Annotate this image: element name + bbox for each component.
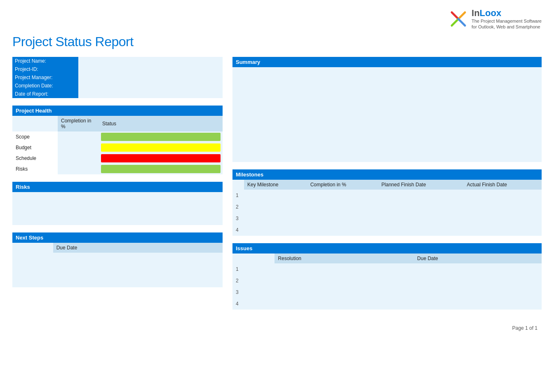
table-row: Completion in % Status bbox=[12, 116, 223, 131]
risks-header: Risks bbox=[12, 182, 223, 192]
summary-header: Summary bbox=[232, 57, 542, 67]
milestone-row4-actual bbox=[464, 224, 542, 236]
table-row: Resolution Due Date bbox=[232, 254, 542, 263]
milestones-table: Key Milestone Completion in % Planned Fi… bbox=[232, 180, 542, 236]
risks-status-bar bbox=[101, 165, 221, 173]
logo-area: InLoox The Project Management Software f… bbox=[448, 8, 542, 30]
issue-row4-due bbox=[414, 298, 542, 310]
next-steps-section: Next Steps Due Date bbox=[12, 232, 223, 287]
milestone-row1-name bbox=[244, 190, 307, 201]
milestone-row1-planned bbox=[378, 190, 463, 201]
date-of-report-value bbox=[78, 90, 223, 98]
health-col-empty bbox=[12, 116, 58, 131]
milestone-row4-num: 4 bbox=[232, 224, 244, 236]
main-layout: Project Name: Project-ID: Project Manage… bbox=[12, 57, 542, 317]
schedule-status-bar bbox=[101, 154, 221, 162]
table-row: Project-ID: bbox=[12, 65, 223, 73]
nextsteps-row1-task bbox=[12, 253, 53, 264]
summary-body bbox=[232, 67, 542, 162]
health-col-completion: Completion in % bbox=[58, 116, 99, 131]
milestone-row2-completion bbox=[307, 201, 378, 213]
header: InLoox The Project Management Software f… bbox=[12, 8, 542, 30]
issue-row4-issue bbox=[244, 298, 275, 310]
issue-row3-resolution bbox=[275, 286, 414, 298]
svg-line-2 bbox=[452, 19, 458, 26]
milestones-col-actual: Actual Finish Date bbox=[464, 180, 542, 190]
issue-row2-issue bbox=[244, 275, 275, 286]
issue-row1-issue bbox=[244, 263, 275, 275]
milestones-section: Milestones Key Milestone Completion in %… bbox=[232, 169, 542, 236]
health-row-schedule-completion bbox=[58, 153, 99, 164]
health-col-status: Status bbox=[99, 116, 223, 131]
next-steps-table: Due Date bbox=[12, 243, 223, 287]
issue-row1-due bbox=[414, 263, 542, 275]
milestones-col-completion: Completion in % bbox=[307, 180, 378, 190]
milestone-row1-num: 1 bbox=[232, 190, 244, 201]
health-row-budget-label: Budget bbox=[12, 142, 58, 153]
issue-row1-num: 1 bbox=[232, 263, 244, 275]
issue-row4-resolution bbox=[275, 298, 414, 310]
health-table: Completion in % Status Scope Budget bbox=[12, 116, 223, 174]
nextsteps-row1-due bbox=[53, 253, 223, 264]
milestone-row1-completion bbox=[307, 190, 378, 201]
budget-status-bar bbox=[101, 143, 221, 152]
issues-col-duedate: Due Date bbox=[414, 254, 542, 263]
issues-col-issue bbox=[244, 254, 275, 263]
table-row: 4 bbox=[232, 224, 542, 236]
right-column: Summary Milestones Key Milestone Complet… bbox=[232, 57, 542, 317]
table-row: Project Name: bbox=[12, 57, 223, 65]
milestones-col-milestone: Key Milestone bbox=[244, 180, 307, 190]
table-row: Budget bbox=[12, 142, 223, 153]
project-health-section: Project Health Completion in % Status Sc… bbox=[12, 106, 223, 174]
next-steps-header: Next Steps bbox=[12, 232, 223, 243]
table-row: Key Milestone Completion in % Planned Fi… bbox=[232, 180, 542, 190]
footer: Page 1 of 1 bbox=[12, 325, 542, 331]
nextsteps-col-duedate: Due Date bbox=[53, 243, 223, 253]
risks-section: Risks bbox=[12, 182, 223, 225]
svg-line-1 bbox=[458, 12, 465, 19]
issue-row4-num: 4 bbox=[232, 298, 244, 310]
nextsteps-col-empty bbox=[12, 243, 53, 253]
risks-body bbox=[12, 192, 223, 225]
issues-table: Resolution Due Date 1 2 bbox=[232, 254, 542, 310]
issue-row2-resolution bbox=[275, 275, 414, 286]
logo-in: In bbox=[472, 8, 480, 18]
issues-section: Issues Resolution Due Date 1 bbox=[232, 243, 542, 310]
table-row bbox=[12, 253, 223, 264]
nextsteps-row3-due bbox=[53, 276, 223, 287]
table-row: 3 bbox=[232, 286, 542, 298]
table-row: Due Date bbox=[12, 243, 223, 253]
milestone-row2-planned bbox=[378, 201, 463, 213]
svg-line-0 bbox=[452, 12, 458, 19]
table-row: 4 bbox=[232, 298, 542, 310]
milestones-col-planned: Planned Finish Date bbox=[378, 180, 463, 190]
page-title: Project Status Report bbox=[12, 34, 542, 49]
health-row-risks-status bbox=[99, 164, 223, 174]
logo-text: InLoox The Project Management Software f… bbox=[472, 8, 542, 30]
nextsteps-row2-due bbox=[53, 264, 223, 276]
project-name-value bbox=[78, 57, 223, 65]
completion-date-label: Completion Date: bbox=[12, 82, 78, 90]
health-row-budget-status bbox=[99, 142, 223, 153]
table-row: Date of Report: bbox=[12, 90, 223, 98]
health-row-scope-status bbox=[99, 131, 223, 142]
issue-row3-num: 3 bbox=[232, 286, 244, 298]
issue-row3-due bbox=[414, 286, 542, 298]
milestone-row3-num: 3 bbox=[232, 213, 244, 224]
project-manager-label: Project Manager: bbox=[12, 73, 78, 82]
milestone-row4-planned bbox=[378, 224, 463, 236]
scope-status-bar bbox=[101, 133, 221, 141]
project-id-label: Project-ID: bbox=[12, 65, 78, 73]
issue-row3-issue bbox=[244, 286, 275, 298]
health-row-scope-completion bbox=[58, 131, 99, 142]
svg-line-3 bbox=[458, 19, 465, 26]
logo-tagline: The Project Management Software for Outl… bbox=[472, 18, 542, 30]
table-row: 1 bbox=[232, 190, 542, 201]
logo-loox: Loox bbox=[480, 8, 502, 18]
health-row-scope-label: Scope bbox=[12, 131, 58, 142]
milestone-row3-actual bbox=[464, 213, 542, 224]
health-row-schedule-status bbox=[99, 153, 223, 164]
table-row: Schedule bbox=[12, 153, 223, 164]
issues-col-num bbox=[232, 254, 244, 263]
left-column: Project Name: Project-ID: Project Manage… bbox=[12, 57, 223, 295]
